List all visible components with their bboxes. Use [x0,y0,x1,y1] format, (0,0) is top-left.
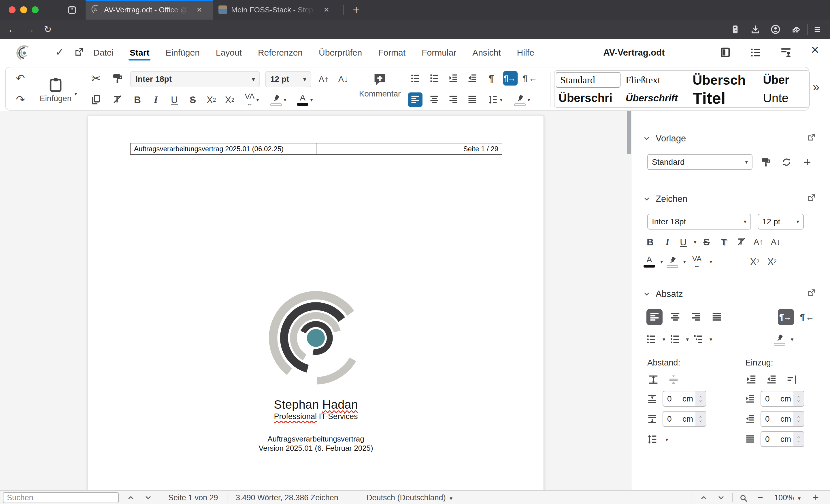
forward-button[interactable]: → [24,24,36,35]
refresh-style-icon[interactable] [778,154,795,170]
scroll-down-icon[interactable] [717,494,725,502]
open-new-window-icon[interactable] [74,47,84,57]
paragraph-ltr-button[interactable]: ¶→ [778,309,794,325]
bullet-list-button[interactable] [408,71,422,86]
save-check-icon[interactable]: ✓ [55,47,64,57]
insert-comment-button[interactable]: Kommentar [357,72,403,107]
containers-icon[interactable] [729,24,741,35]
field-value[interactable]: 0 [667,394,682,403]
justify-button[interactable] [465,93,480,107]
justify-button[interactable] [709,309,725,325]
italic-button[interactable]: I [149,93,163,107]
decrease-indent-button[interactable] [465,71,480,86]
font-size-combobox[interactable]: 12 pt ▾ [265,71,311,87]
tab-close-icon[interactable]: × [321,5,332,15]
menu-referenzen[interactable]: Referenzen [257,43,303,63]
window-zoom-button[interactable] [32,6,39,13]
subscript-button[interactable]: X2 [204,93,219,107]
scroll-up-icon[interactable] [700,494,708,502]
italic-button[interactable]: I [660,235,675,249]
reload-button[interactable]: ↻ [42,24,54,35]
menu-einfuegen[interactable]: Einfügen [165,43,200,63]
toolbar-overflow-button[interactable]: » [813,80,819,94]
line-spacing-button[interactable] [644,431,660,447]
field-value[interactable]: 0 [765,394,780,403]
paste-button[interactable]: Einfügen [37,73,74,107]
strikethrough-button[interactable]: S [699,235,714,249]
paragraph-background-button[interactable]: ▾ [511,93,534,107]
menu-formular[interactable]: Formular [421,43,457,63]
formatting-marks-button[interactable]: ¶ [484,71,499,86]
decrease-indent-button[interactable] [763,372,779,388]
increase-indent-button[interactable] [743,372,759,388]
sidebar-font-size-combobox[interactable]: 12 pt ▾ [758,214,804,230]
subscript-button[interactable]: X2 [765,254,779,269]
increase-spacing-button[interactable] [645,372,662,388]
zoom-out-button[interactable]: − [757,492,763,503]
style-ueberschrift-3[interactable]: Überschri [554,89,621,107]
tab-close-icon[interactable]: × [194,5,205,15]
highlight-color-button[interactable] [666,254,679,269]
menu-datei[interactable]: Datei [93,43,114,63]
font-color-button[interactable]: A ▾ [294,93,316,107]
menu-ansicht[interactable]: Ansicht [472,43,501,63]
sidebar-toggle-icon[interactable] [719,46,731,59]
stepper[interactable] [695,392,706,406]
numbered-list-button[interactable] [668,332,682,346]
language-status[interactable]: Deutsch (Deutschland) ▾ [366,493,452,502]
numbered-list-button[interactable] [427,71,442,86]
style-ueberschrift-2[interactable]: Über [759,71,809,89]
bold-button[interactable]: B [643,235,658,249]
space-below-field[interactable]: 0 cm [663,411,706,427]
shrink-font-button[interactable]: A↓ [336,72,350,87]
user-list-icon[interactable] [780,46,792,59]
first-line-indent-field[interactable]: 0 cm [761,431,804,447]
style-select-combobox[interactable]: Standard ▾ [647,154,753,170]
menu-ueberpruefen[interactable]: Überprüfen [318,43,362,63]
line-spacing-button[interactable]: ▾ [484,93,506,107]
paragraph-background-button[interactable] [772,332,787,346]
paragraph-ltr-button[interactable]: ¶→ [503,71,518,86]
field-value[interactable]: 0 [765,414,780,424]
clear-formatting-button[interactable] [734,235,748,249]
section-vorlage-header[interactable]: Vorlage [643,133,686,144]
zoom-level[interactable]: 100% ▾ [774,493,801,502]
strikethrough-button[interactable]: S [186,93,200,107]
grow-font-button[interactable]: A↑ [751,235,766,249]
extensions-puzzle-icon[interactable] [790,24,801,35]
menu-hilfe[interactable]: Hilfe [516,43,535,63]
align-center-button[interactable] [427,93,442,107]
update-style-roller-icon[interactable] [758,154,774,170]
stepper[interactable] [695,411,706,426]
character-spacing-button[interactable]: VA↔ [689,254,705,269]
stepper[interactable] [793,411,804,426]
style-ueberschrift-4[interactable]: Überschrift [621,89,689,107]
section-absatz-header[interactable]: Absatz [643,289,683,299]
bullet-list-caret[interactable]: ▾ [663,336,665,343]
redo-button[interactable]: ↷ [13,93,28,107]
toolbar-mode-list-icon[interactable] [749,46,762,59]
font-color-caret[interactable]: ▾ [660,258,663,265]
decrease-spacing-button[interactable] [665,372,681,388]
window-close-button[interactable] [9,6,15,13]
page-count-status[interactable]: Seite 1 von 29 [168,493,218,502]
style-ueberschrift-1[interactable]: Übersch [689,71,759,89]
vertical-scrollbar-thumb[interactable] [627,111,631,154]
absatz-more-options-icon[interactable] [807,288,816,298]
paragraph-rtl-button[interactable]: ¶← [799,309,815,325]
space-above-field[interactable]: 0 cm [663,391,706,407]
document-page[interactable]: Auftragsverarbeitungsvertrag 2025.01 (06… [88,115,544,490]
bullet-list-button[interactable] [644,332,659,346]
numbered-list-caret[interactable]: ▾ [686,336,689,343]
menu-layout[interactable]: Layout [215,43,243,63]
zoom-reset-icon[interactable] [739,494,748,502]
outline-list-caret[interactable]: ▾ [709,336,712,343]
cut-button[interactable]: ✂ [89,71,103,86]
menu-start[interactable]: Start [129,43,150,63]
paste-dropdown-caret[interactable]: ▾ [74,91,77,97]
indent-after-field[interactable]: 0 cm [761,411,804,427]
superscript-button[interactable]: X2 [747,254,762,269]
font-color-button[interactable]: A [643,254,656,269]
style-titel[interactable]: Titel [689,89,759,107]
document-search-box[interactable] [3,492,119,503]
